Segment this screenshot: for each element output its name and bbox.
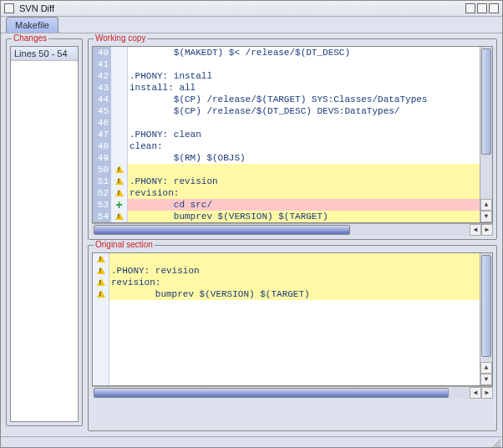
code-line[interactable]: $(MAKEDT) $< /release/$(DT_DESC)	[128, 47, 480, 59]
line-number: 43	[93, 82, 111, 94]
code-line[interactable]: .PHONY: revision	[109, 265, 480, 277]
code-line[interactable]: cd src/	[128, 199, 480, 211]
code-area[interactable]: $(MAKEDT) $< /release/$(DT_DESC).PHONY: …	[128, 47, 480, 222]
working-copy-group: Working copy 404142434445464748495051525…	[88, 38, 497, 240]
scroll-up-icon[interactable]: ▲	[480, 199, 492, 211]
line-number: 48	[93, 140, 111, 152]
working-copy-editor: 404142434445464748495051525354 + $(MAKED…	[92, 46, 493, 223]
code-line[interactable]	[128, 117, 480, 129]
warning-icon	[115, 165, 124, 173]
code-line[interactable]	[109, 253, 480, 265]
code-line[interactable]	[109, 312, 480, 323]
scroll-down-icon[interactable]: ▼	[480, 211, 492, 222]
line-number: 51	[93, 176, 111, 187]
code-line[interactable]	[109, 347, 480, 359]
warning-icon	[97, 290, 105, 298]
line-number: 45	[93, 105, 111, 117]
line-number: 50	[93, 164, 111, 176]
line-number-gutter: 404142434445464748495051525354	[93, 47, 111, 222]
code-line[interactable]	[128, 164, 480, 176]
code-line[interactable]: bumprev $(VERSION) $(TARGET)	[128, 211, 480, 222]
working-copy-title: Working copy	[94, 33, 147, 43]
code-line[interactable]	[109, 335, 480, 347]
scroll-down-icon[interactable]: ▼	[480, 374, 492, 385]
scroll-up-icon[interactable]: ▲	[480, 362, 492, 374]
code-line[interactable]: .PHONY: install	[128, 70, 480, 82]
line-number: 41	[93, 59, 111, 70]
code-line[interactable]	[109, 300, 480, 312]
zoom-icon[interactable]	[477, 3, 487, 13]
scroll-right-icon[interactable]: ▶	[481, 387, 493, 399]
code-line[interactable]: install: all	[128, 82, 480, 94]
code-line[interactable]	[109, 359, 480, 370]
changes-title: Changes	[12, 33, 48, 43]
changes-list[interactable]: Lines 50 - 54	[10, 46, 79, 422]
code-line[interactable]: revision:	[128, 187, 480, 199]
scroll-left-icon[interactable]: ◀	[470, 387, 481, 399]
code-line[interactable]: clean:	[128, 140, 480, 152]
warning-icon	[115, 212, 124, 220]
right-panel: Working copy 404142434445464748495051525…	[88, 38, 497, 431]
line-number: 54	[93, 211, 111, 222]
original-section-title: Original section	[94, 240, 155, 249]
warning-icon	[97, 278, 105, 286]
line-number: 46	[93, 117, 111, 129]
original-section-group: Original section .PHONY: revisionrevisio…	[88, 245, 497, 431]
changes-group: Changes Lines 50 - 54	[6, 38, 83, 426]
code-line[interactable]: .PHONY: clean	[128, 129, 480, 140]
changes-item[interactable]: Lines 50 - 54	[11, 47, 78, 61]
line-number: 47	[93, 129, 111, 140]
code-line[interactable]	[128, 59, 480, 70]
marker-gutter	[93, 253, 109, 385]
warning-icon	[97, 255, 105, 262]
resize-grip-icon[interactable]	[490, 437, 500, 447]
window-controls	[465, 3, 499, 13]
code-line[interactable]: .PHONY: revision	[128, 176, 480, 187]
line-number: 49	[93, 152, 111, 164]
vertical-scrollbar[interactable]: ▲ ▼	[480, 47, 492, 222]
body: Changes Lines 50 - 54 Working copy 40414…	[1, 33, 502, 436]
code-line[interactable]: $(CP) /release/$(DT_DESC) DEVS:DataTypes…	[128, 105, 480, 117]
iconify-icon[interactable]	[465, 3, 475, 13]
window-title: SVN Diff	[19, 3, 465, 13]
code-area[interactable]: .PHONY: revisionrevision: bumprev $(VERS…	[109, 253, 480, 385]
original-section-editor: .PHONY: revisionrevision: bumprev $(VERS…	[92, 252, 493, 386]
warning-icon	[115, 189, 124, 196]
code-line[interactable]: revision:	[109, 277, 480, 288]
scroll-left-icon[interactable]: ◀	[470, 224, 481, 236]
added-icon: +	[115, 201, 122, 209]
statusbar	[1, 436, 502, 447]
tab-makefile[interactable]: Makefile	[6, 17, 58, 33]
code-line[interactable]	[109, 323, 480, 335]
depth-icon[interactable]	[489, 3, 499, 13]
marker-gutter: +	[111, 47, 128, 222]
scroll-right-icon[interactable]: ▶	[481, 224, 493, 236]
line-number: 52	[93, 187, 111, 199]
warning-icon	[115, 177, 124, 185]
vertical-scrollbar[interactable]: ▲ ▼	[480, 253, 492, 385]
svn-diff-window: SVN Diff Makefile Changes Lines 50 - 54 …	[0, 0, 503, 448]
horizontal-scrollbar[interactable]: ◀ ▶	[92, 223, 493, 236]
code-line[interactable]: bumprev $(VERSION) $(TARGET)	[109, 288, 480, 300]
line-number: 40	[93, 47, 111, 59]
horizontal-scrollbar[interactable]: ◀ ▶	[92, 386, 493, 399]
code-line[interactable]: $(RM) $(OBJS)	[128, 152, 480, 164]
line-number: 44	[93, 94, 111, 105]
line-number: 53	[93, 199, 111, 211]
tabbar: Makefile	[1, 17, 502, 33]
titlebar[interactable]: SVN Diff	[1, 1, 502, 17]
close-icon[interactable]	[4, 3, 14, 13]
line-number: 42	[93, 70, 111, 82]
code-line[interactable]: $(CP) /release/$(TARGET) SYS:Classes/Dat…	[128, 94, 480, 105]
left-panel: Changes Lines 50 - 54	[6, 38, 83, 431]
warning-icon	[97, 267, 105, 274]
